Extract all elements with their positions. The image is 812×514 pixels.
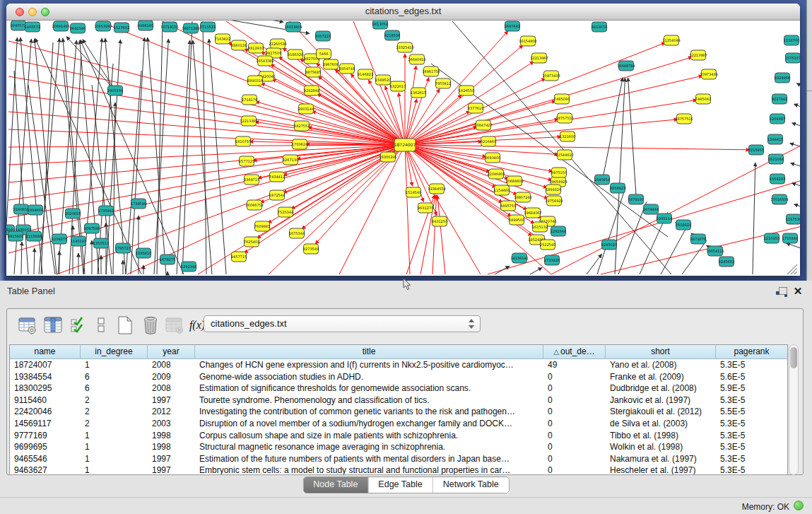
network-node[interactable]: 1710344 bbox=[782, 233, 798, 243]
network-node[interactable]: 1621064 bbox=[768, 154, 784, 164]
network-node[interactable]: 1210350 bbox=[764, 233, 779, 243]
column-header-title[interactable]: title bbox=[195, 345, 543, 358]
network-node[interactable]: 12213389 bbox=[240, 116, 257, 126]
network-node[interactable]: 1362615 bbox=[411, 88, 426, 98]
network-node[interactable]: 8357223 bbox=[315, 31, 331, 41]
minimize-window-button[interactable] bbox=[28, 8, 37, 16]
network-node[interactable]: 9245652 bbox=[719, 257, 734, 267]
network-node[interactable]: 9329966 bbox=[775, 73, 790, 83]
network-node[interactable]: 1154460 bbox=[494, 185, 510, 195]
network-node[interactable]: 8693400 bbox=[485, 153, 500, 163]
network-node[interactable]: 1678275 bbox=[160, 255, 175, 264]
network-node[interactable]: 12213967 bbox=[530, 53, 548, 63]
network-node[interactable]: 9631270 bbox=[418, 203, 433, 213]
table-row[interactable]: 911546021997Tourette syndrome. Phenomeno… bbox=[10, 395, 787, 407]
network-node[interactable]: 9146821 bbox=[358, 69, 373, 79]
network-node[interactable]: 6879197 bbox=[628, 194, 644, 204]
new-column-icon[interactable] bbox=[114, 315, 136, 336]
network-node[interactable]: 1735992 bbox=[98, 206, 114, 216]
column-header-pagerank[interactable]: pagerank bbox=[716, 345, 787, 358]
network-node[interactable]: 8215955 bbox=[748, 145, 764, 155]
network-node[interactable]: 2045572 bbox=[11, 21, 26, 30]
network-node[interactable]: 6899320 bbox=[546, 185, 561, 194]
network-node[interactable]: 16671388 bbox=[182, 23, 199, 33]
network-node[interactable]: 9474444 bbox=[643, 204, 659, 214]
column-header-out-degree[interactable]: △out_de… bbox=[543, 345, 606, 358]
tab-node-table[interactable]: Node Table bbox=[303, 477, 368, 493]
network-node[interactable]: 1095810 bbox=[136, 248, 151, 258]
network-node[interactable]: 18807243 bbox=[514, 192, 531, 202]
delete-column-icon[interactable] bbox=[140, 315, 161, 336]
network-node[interactable]: 13325419 bbox=[396, 42, 413, 52]
network-node[interactable]: 1810755 bbox=[235, 136, 251, 146]
network-node[interactable]: 1145193 bbox=[71, 236, 86, 246]
network-node[interactable]: 12213987 bbox=[689, 50, 707, 60]
network-node[interactable]: 7955812 bbox=[435, 78, 451, 88]
network-node[interactable]: 9875685 bbox=[305, 67, 321, 77]
row-height-icon[interactable] bbox=[90, 315, 112, 336]
network-node[interactable]: 7163822 bbox=[215, 34, 230, 44]
network-node[interactable]: 1115688 bbox=[26, 231, 42, 241]
network-node[interactable]: 1588520 bbox=[375, 75, 391, 85]
network-node[interactable]: 1675344 bbox=[289, 228, 305, 238]
network-node[interactable]: 22046907 bbox=[487, 169, 505, 179]
network-node[interactable]: 1575107 bbox=[785, 53, 800, 63]
tab-edge-table[interactable]: Edge Table bbox=[368, 477, 433, 493]
network-node[interactable]: 8454749 bbox=[339, 64, 355, 74]
network-node[interactable]: 10973439 bbox=[700, 69, 717, 79]
network-node[interactable]: 8692340 bbox=[70, 23, 86, 33]
network-node[interactable]: 16543382 bbox=[256, 56, 273, 66]
network-node[interactable]: 5466 bbox=[317, 49, 331, 59]
network-node[interactable]: 8471676 bbox=[690, 234, 706, 244]
network-node[interactable]: 1292344 bbox=[551, 226, 566, 236]
table-row[interactable]: 1830029562008Estimation of significance … bbox=[10, 382, 787, 395]
network-node[interactable]: 14136141 bbox=[510, 253, 528, 263]
network-node[interactable]: 2803144 bbox=[298, 104, 314, 114]
network-node[interactable]: 9245020 bbox=[601, 240, 617, 250]
network-node[interactable]: 8890316 bbox=[247, 76, 263, 86]
network-node[interactable]: 1350513 bbox=[93, 238, 109, 248]
network-view-window[interactable]: citations_edges.txt 20455721405572206914… bbox=[6, 4, 800, 276]
table-mode-icon[interactable] bbox=[17, 315, 38, 336]
network-node[interactable]: 8813074 bbox=[592, 22, 607, 32]
network-node[interactable]: 1733426 bbox=[544, 255, 560, 265]
network-node[interactable]: 19384554 bbox=[428, 184, 445, 194]
network-node[interactable]: 1739599 bbox=[131, 199, 146, 209]
network-node[interactable]: 16154808 bbox=[519, 36, 536, 46]
network-canvas[interactable]: 2045572140557220691406869234010653287152… bbox=[6, 21, 800, 276]
network-node[interactable]: 10654112 bbox=[706, 246, 724, 256]
network-node[interactable]: 9227341 bbox=[772, 94, 787, 104]
table-scrollbar[interactable] bbox=[789, 344, 799, 475]
network-node[interactable]: 1234275 bbox=[52, 234, 67, 244]
table-row[interactable]: 969969511998Structural magnetic resonanc… bbox=[10, 441, 787, 453]
network-node[interactable]: 18724007 bbox=[394, 139, 416, 151]
network-node[interactable]: 1569293 bbox=[770, 174, 785, 184]
network-node[interactable]: 1795723 bbox=[115, 243, 131, 253]
network-node[interactable]: 10688609 bbox=[505, 176, 523, 186]
network-node[interactable]: 8975150 bbox=[551, 168, 567, 177]
network-node[interactable]: 10647427 bbox=[474, 120, 492, 130]
network-node[interactable]: 7515523 bbox=[200, 22, 216, 32]
network-node[interactable]: 7485080 bbox=[554, 94, 570, 104]
network-node[interactable]: 19684067 bbox=[524, 208, 541, 218]
network-node[interactable]: 8495750 bbox=[500, 201, 516, 211]
column-header-year[interactable]: year bbox=[148, 345, 195, 358]
network-node[interactable]: 3915900 bbox=[8, 231, 23, 241]
column-header-in-degree[interactable]: in_degree bbox=[81, 345, 148, 358]
network-node[interactable]: 1405572 bbox=[25, 22, 40, 32]
network-node[interactable]: 9218506 bbox=[384, 30, 400, 40]
network-node[interactable]: 6899500 bbox=[509, 215, 524, 225]
network-node[interactable]: 9457715 bbox=[231, 252, 247, 262]
network-node[interactable]: 1626550 bbox=[459, 86, 474, 95]
network-node[interactable]: 16961758 bbox=[422, 66, 440, 76]
network-node[interactable]: 1640954 bbox=[594, 175, 610, 185]
network-node[interactable]: 2577125 bbox=[239, 156, 254, 166]
table-row[interactable]: 1872400712008Changes of HCN gene express… bbox=[10, 359, 787, 371]
network-node[interactable]: 8377610 bbox=[468, 103, 483, 113]
zoom-window-button[interactable] bbox=[41, 8, 49, 16]
network-node[interactable]: 18300295 bbox=[379, 152, 396, 162]
network-node[interactable]: 1615132 bbox=[532, 222, 548, 232]
table-row[interactable]: 977716911998Corpus callosum shape and si… bbox=[10, 430, 787, 442]
network-node[interactable]: 2020655 bbox=[65, 209, 81, 218]
network-node[interactable]: 1700624 bbox=[292, 139, 307, 149]
